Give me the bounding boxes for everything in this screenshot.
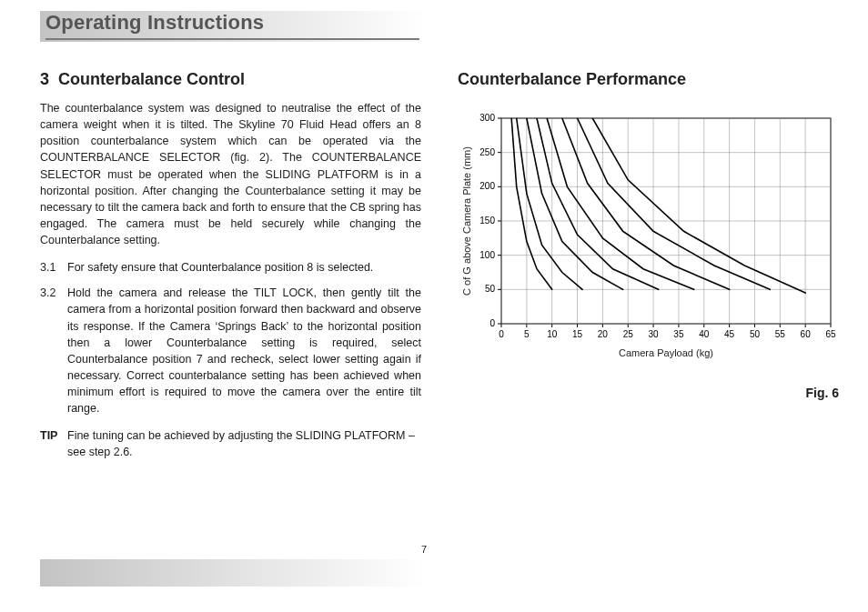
intro-paragraph: The counterbalance system was designed t… [40,100,421,248]
svg-text:65: 65 [825,329,836,339]
left-column: 3Counterbalance Control The counterbalan… [40,67,421,470]
svg-text:25: 25 [623,329,634,339]
figure-label: Fig. 6 [458,384,839,402]
svg-text:40: 40 [699,329,710,339]
svg-text:250: 250 [479,147,495,157]
svg-text:50: 50 [485,284,496,294]
tip-text: Fine tuning can be achieved by adjusting… [67,427,421,460]
svg-text:5: 5 [524,329,530,339]
header-band: Operating Instructions [40,11,427,42]
svg-text:10: 10 [547,329,558,339]
footer-band [40,559,427,587]
step-number: 3.2 [40,285,67,416]
svg-text:30: 30 [649,329,660,339]
svg-text:50: 50 [750,329,761,339]
step-list: 3.1 For safety ensure that Counterbalanc… [40,259,421,416]
chart-svg: 0510152025303540455055606505010015020025… [458,109,840,364]
svg-text:200: 200 [479,181,495,191]
page: Operating Instructions 3Counterbalance C… [0,0,868,612]
svg-text:20: 20 [598,329,609,339]
svg-text:0: 0 [490,318,495,328]
section-heading: 3Counterbalance Control [40,67,421,91]
svg-text:0: 0 [499,329,504,339]
svg-text:45: 45 [724,329,735,339]
step-text: For safety ensure that Counterbalance po… [67,259,421,276]
svg-text:60: 60 [801,329,812,339]
page-title: Operating Instructions [45,8,419,40]
step-number: 3.1 [40,259,67,276]
content-columns: 3Counterbalance Control The counterbalan… [40,67,839,470]
right-column: Counterbalance Performance 0510152025303… [458,67,839,470]
step-item: 3.1 For safety ensure that Counterbalanc… [40,259,421,276]
tip-label: TIP [40,427,67,460]
page-number: 7 [40,543,427,557]
tip-block: TIP Fine tuning can be achieved by adjus… [40,427,421,460]
svg-text:35: 35 [673,329,684,339]
svg-text:150: 150 [479,216,495,226]
svg-text:100: 100 [479,250,495,260]
svg-text:15: 15 [572,329,583,339]
section-number: 3 [40,67,49,91]
svg-text:Camera Payload (kg): Camera Payload (kg) [619,347,713,358]
svg-text:55: 55 [775,329,786,339]
step-text: Hold the camera and release the TILT LOC… [67,285,421,416]
chart: 0510152025303540455055606505010015020025… [458,109,839,364]
section-title: Counterbalance Control [58,70,245,88]
svg-text:300: 300 [479,113,495,123]
svg-text:C of G above Camera Plate (mm): C of G above Camera Plate (mm) [461,146,472,296]
step-item: 3.2 Hold the camera and release the TILT… [40,285,421,416]
chart-title: Counterbalance Performance [458,67,839,91]
